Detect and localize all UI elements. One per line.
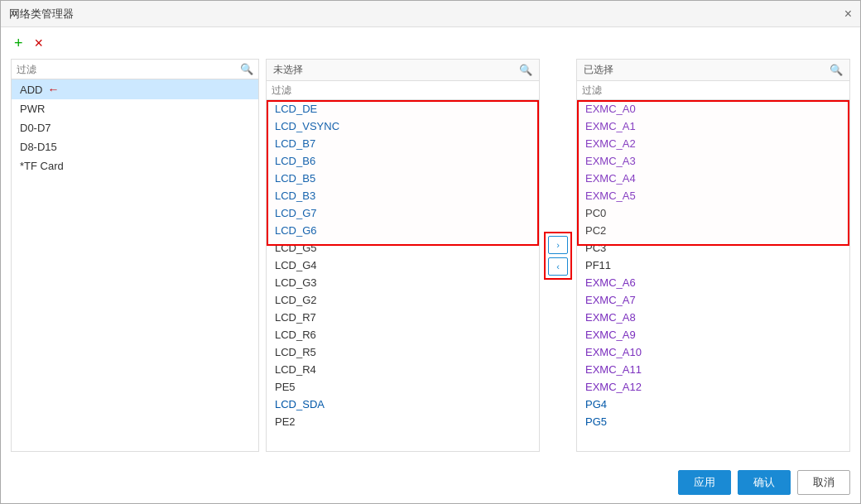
list-item[interactable]: EXMC_A4 (577, 170, 849, 187)
list-item[interactable]: *TF Card (12, 156, 258, 175)
list-item[interactable]: PC0 (577, 204, 849, 222)
list-item[interactable]: PF11 (577, 257, 849, 274)
window-title: 网络类管理器 (9, 7, 74, 22)
unselected-search-icon[interactable]: 🔍 (519, 64, 532, 76)
unselected-filter-row (267, 81, 539, 100)
left-list: ADD ←PWRD0-D7D8-D15*TF Card (12, 79, 258, 451)
selected-header: 已选择 🔍 (577, 60, 849, 81)
list-item[interactable]: LCD_R5 (267, 343, 539, 361)
unselected-title: 未选择 (273, 63, 303, 77)
transfer-btn-group: › ‹ (544, 232, 572, 280)
list-item[interactable]: LCD_G3 (267, 274, 539, 291)
selected-panel: 已选择 🔍 EXMC_A0EXMC_A1EXMC_A2EXMC_A3EXMC_A… (576, 59, 850, 452)
transfer-column: › ‹ (546, 59, 570, 452)
mid-right-area: 未选择 🔍 LCD_DELCD_VSYNCLCD_B7LCD_B6LCD_B5L… (266, 59, 850, 452)
apply-button[interactable]: 应用 (678, 470, 731, 495)
list-item[interactable]: PWR (12, 99, 258, 118)
arrow-icon: ← (47, 83, 59, 96)
list-item[interactable]: LCD_G5 (267, 239, 539, 257)
list-item[interactable]: LCD_R6 (267, 326, 539, 343)
list-item[interactable]: LCD_G4 (267, 257, 539, 274)
list-item[interactable]: D0-D7 (12, 118, 258, 137)
list-item[interactable]: EXMC_A2 (577, 135, 849, 152)
unselected-filter-input[interactable] (272, 84, 534, 96)
unselected-panel: 未选择 🔍 LCD_DELCD_VSYNCLCD_B7LCD_B6LCD_B5L… (266, 59, 540, 452)
list-item[interactable]: LCD_R4 (267, 361, 539, 378)
unselected-list: LCD_DELCD_VSYNCLCD_B7LCD_B6LCD_B5LCD_B3L… (267, 100, 539, 451)
selected-title: 已选择 (584, 63, 613, 77)
list-item[interactable]: ADD ← (12, 79, 258, 99)
list-item[interactable]: LCD_G7 (267, 204, 539, 222)
list-item[interactable]: PC2 (577, 222, 849, 239)
left-filter-row: 🔍 (12, 60, 258, 79)
list-item[interactable]: PC3 (577, 239, 849, 257)
add-button[interactable]: + (11, 34, 26, 52)
list-item[interactable]: EXMC_A12 (577, 378, 849, 396)
toolbar: + × (1, 27, 860, 59)
list-item[interactable]: EXMC_A9 (577, 326, 849, 343)
list-item[interactable]: EXMC_A6 (577, 274, 849, 291)
list-item[interactable]: EXMC_A8 (577, 309, 849, 326)
list-item[interactable]: EXMC_A11 (577, 361, 849, 378)
list-item[interactable]: EXMC_A1 (577, 118, 849, 135)
list-item[interactable]: LCD_VSYNC (267, 118, 539, 135)
selected-filter-input[interactable] (582, 84, 844, 96)
confirm-button[interactable]: 确认 (738, 470, 791, 495)
list-item[interactable]: LCD_B3 (267, 187, 539, 204)
list-item[interactable]: PG4 (577, 396, 849, 413)
content-area: 🔍 ADD ←PWRD0-D7D8-D15*TF Card 未选择 🔍 LCD_… (1, 59, 860, 462)
title-bar: 网络类管理器 × (1, 1, 860, 27)
delete-button[interactable]: × (31, 34, 47, 52)
selected-list: EXMC_A0EXMC_A1EXMC_A2EXMC_A3EXMC_A4EXMC_… (577, 100, 849, 451)
cancel-button[interactable]: 取消 (797, 470, 850, 495)
list-item[interactable]: EXMC_A0 (577, 100, 849, 118)
list-item[interactable]: LCD_B6 (267, 152, 539, 170)
unselected-header: 未选择 🔍 (267, 60, 539, 81)
list-item[interactable]: EXMC_A7 (577, 291, 849, 309)
item-label: ADD (20, 84, 42, 96)
main-window: 网络类管理器 × + × 🔍 ADD ←PWRD0-D7D8-D15*TF Ca… (0, 0, 861, 504)
list-item[interactable]: LCD_G6 (267, 222, 539, 239)
list-item[interactable]: PE5 (267, 378, 539, 396)
list-item[interactable]: LCD_B5 (267, 170, 539, 187)
list-item[interactable]: LCD_R7 (267, 309, 539, 326)
left-filter-input[interactable] (17, 64, 237, 75)
left-panel: 🔍 ADD ←PWRD0-D7D8-D15*TF Card (11, 59, 259, 452)
list-item[interactable]: LCD_DE (267, 100, 539, 118)
list-item[interactable]: PE2 (267, 413, 539, 430)
transfer-left-button[interactable]: ‹ (548, 257, 568, 276)
list-item[interactable]: EXMC_A3 (577, 152, 849, 170)
list-item[interactable]: D8-D15 (12, 137, 258, 156)
list-item[interactable]: EXMC_A10 (577, 343, 849, 361)
left-search-icon: 🔍 (240, 63, 253, 75)
bottom-bar: 应用 确认 取消 (1, 462, 860, 503)
selected-filter-row (577, 81, 849, 100)
list-item[interactable]: LCD_G2 (267, 291, 539, 309)
list-item[interactable]: LCD_B7 (267, 135, 539, 152)
list-item[interactable]: EXMC_A5 (577, 187, 849, 204)
close-button[interactable]: × (844, 7, 852, 21)
list-item[interactable]: LCD_SDA (267, 396, 539, 413)
transfer-right-button[interactable]: › (548, 236, 568, 254)
selected-search-icon[interactable]: 🔍 (830, 64, 843, 76)
list-item[interactable]: PG5 (577, 413, 849, 430)
